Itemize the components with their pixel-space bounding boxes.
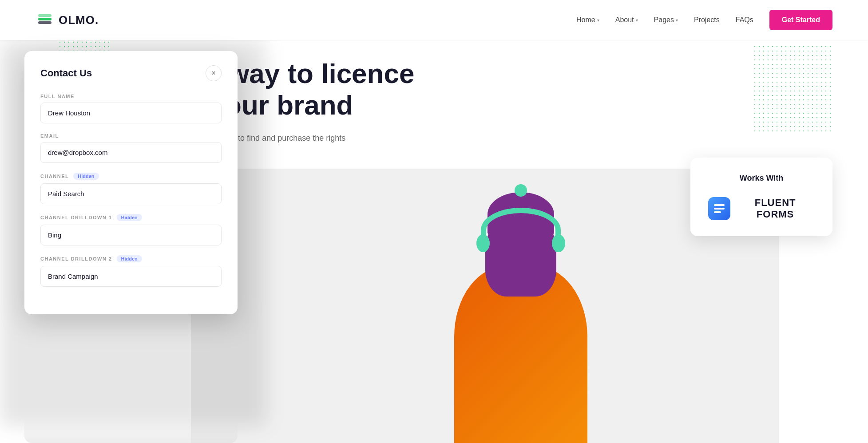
channel-drilldown1-field: CHANNEL DRILLDOWN 1 Hidden: [40, 214, 222, 245]
drilldown2-label: CHANNEL DRILLDOWN 2: [40, 256, 112, 261]
channel-label: CHANNEL: [40, 174, 69, 179]
svg-rect-3: [714, 204, 725, 206]
drilldown1-hidden-badge: Hidden: [117, 214, 142, 221]
drilldown2-input[interactable]: [40, 266, 222, 287]
fluent-forms-icon: [708, 197, 730, 220]
nav-projects[interactable]: Projects: [694, 16, 720, 24]
full-name-label-row: FULL NAME: [40, 94, 222, 99]
fluent-bold: FLUENT: [755, 197, 796, 208]
email-field: EMAIL: [40, 133, 222, 163]
fluent-forms-svg: [712, 202, 726, 216]
modal-header: Contact Us ×: [40, 65, 222, 81]
works-with-card: Works With FLUENT FORMS: [690, 158, 832, 236]
drilldown1-input[interactable]: [40, 225, 222, 245]
drilldown1-label-row: CHANNEL DRILLDOWN 1 Hidden: [40, 214, 222, 221]
channel-hidden-badge: Hidden: [73, 173, 99, 180]
headphone-ear-left: [476, 234, 490, 252]
svg-rect-0: [38, 18, 52, 20]
svg-rect-1: [38, 21, 52, 24]
channel-field: CHANNEL Hidden: [40, 173, 222, 204]
headphones: [481, 208, 561, 252]
works-with-title: Works With: [708, 174, 815, 183]
get-started-button[interactable]: Get Started: [769, 10, 832, 30]
dot-pattern-top-right: [753, 44, 832, 133]
svg-rect-4: [714, 208, 725, 210]
chevron-down-icon: ▾: [597, 18, 599, 23]
modal-close-button[interactable]: ×: [206, 65, 222, 81]
drilldown2-label-row: CHANNEL DRILLDOWN 2 Hidden: [40, 255, 222, 262]
drilldown1-label: CHANNEL DRILLDOWN 1: [40, 215, 112, 220]
fluent-forms-logo: FLUENT FORMS: [708, 197, 815, 220]
nav-faqs[interactable]: FAQs: [736, 16, 753, 24]
svg-rect-2: [38, 14, 52, 17]
nav-about[interactable]: About ▾: [615, 16, 638, 24]
headphone-ear-right: [552, 234, 565, 252]
hero-person: [432, 194, 610, 443]
logo-icon: [36, 11, 54, 29]
navbar: OLMO. Home ▾ About ▾ Pages ▾ Projects FA…: [0, 0, 868, 40]
fluent-forms-text: FLUENT FORMS: [736, 197, 815, 220]
nav-pages[interactable]: Pages ▾: [654, 16, 678, 24]
beanie-pompom: [515, 184, 527, 197]
email-label-row: EMAIL: [40, 133, 222, 138]
svg-rect-5: [714, 211, 721, 213]
full-name-label: FULL NAME: [40, 94, 75, 99]
nav-home[interactable]: Home ▾: [576, 16, 599, 24]
email-input[interactable]: [40, 142, 222, 163]
chevron-down-icon: ▾: [636, 18, 638, 23]
drilldown2-hidden-badge: Hidden: [117, 255, 142, 262]
contact-modal: Contact Us × FULL NAME EMAIL CHANNEL Hid…: [24, 51, 238, 314]
full-name-input[interactable]: [40, 103, 222, 123]
full-name-field: FULL NAME: [40, 94, 222, 123]
logo-text: OLMO.: [59, 13, 99, 27]
email-label: EMAIL: [40, 133, 59, 138]
modal-title: Contact Us: [40, 67, 92, 79]
channel-input[interactable]: [40, 183, 222, 204]
channel-label-row: CHANNEL Hidden: [40, 173, 222, 180]
chevron-down-icon: ▾: [676, 18, 678, 23]
logo[interactable]: OLMO.: [36, 11, 99, 29]
fluent-light: FORMS: [757, 209, 794, 220]
nav-links: Home ▾ About ▾ Pages ▾ Projects FAQs Get…: [576, 10, 832, 30]
channel-drilldown2-field: CHANNEL DRILLDOWN 2 Hidden: [40, 255, 222, 287]
